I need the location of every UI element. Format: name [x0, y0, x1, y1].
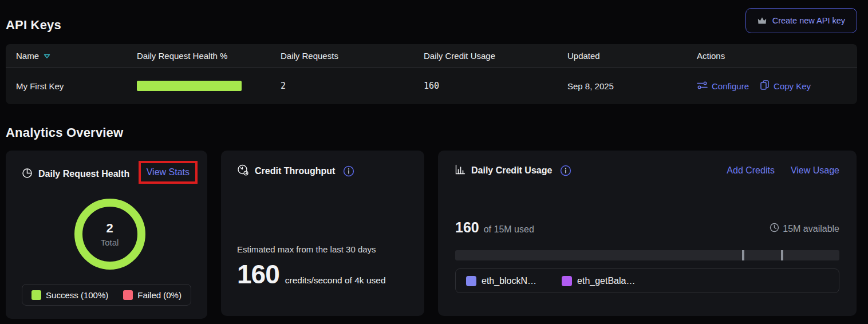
credit-usage-progress-bar	[455, 250, 839, 260]
copy-key-label: Copy Key	[774, 81, 811, 91]
usage-legend: eth_blockN… eth_getBala…	[455, 268, 839, 293]
usage-threshold-tick	[742, 250, 744, 260]
analytics-overview-heading: Analytics Overview	[6, 125, 857, 140]
info-icon[interactable]	[343, 165, 354, 177]
top-bar: API Keys Create new API key	[6, 0, 857, 33]
credit-throughput-header: Credit Throughput	[237, 164, 408, 178]
daily-credit-usage-card: Daily Credit Usage Add Credits View Usag…	[438, 151, 857, 316]
usage-summary-row: 160 of 15M used 15M available	[455, 219, 839, 236]
column-header-health[interactable]: Daily Request Health %	[137, 51, 281, 61]
throughput-value-row: 160 credits/second of 4k used	[237, 259, 408, 290]
failed-label: Failed (0%)	[137, 290, 182, 300]
health-legend: Success (100%) Failed (0%)	[22, 284, 191, 306]
updated-value: Sep 8, 2025	[567, 81, 697, 91]
sort-descending-icon	[44, 51, 50, 61]
dashboard-page: API Keys Create new API key Name Daily R…	[0, 0, 868, 319]
copy-icon	[760, 80, 770, 92]
view-usage-link[interactable]: View Usage	[791, 165, 839, 176]
eth-blocknumber-label: eth_blockN…	[482, 276, 536, 286]
column-header-name[interactable]: Name	[16, 51, 137, 61]
usage-threshold-tick	[781, 250, 783, 260]
add-credits-link[interactable]: Add Credits	[727, 165, 775, 176]
daily-credit-usage-header: Daily Credit Usage Add Credits View Usag…	[455, 164, 839, 177]
actions-cell: Configure Copy Key	[697, 80, 857, 92]
card-title: Daily Request Health	[38, 169, 129, 179]
legend-item-eth-getbalance: eth_getBala…	[562, 276, 635, 286]
create-api-key-button[interactable]: Create new API key	[745, 8, 857, 33]
legend-item-failed: Failed (0%)	[123, 290, 182, 300]
info-icon[interactable]	[560, 165, 571, 176]
health-bar-cell	[137, 81, 281, 91]
daily-credit-usage-value: 160	[424, 81, 567, 91]
credits-used-suffix: of 15M used	[484, 224, 534, 235]
api-keys-table: Name Daily Request Health % Daily Reques…	[6, 44, 857, 104]
credits-used-value: 160	[455, 219, 479, 236]
eth-getbalance-swatch	[562, 276, 572, 286]
column-header-daily-requests[interactable]: Daily Requests	[281, 51, 424, 61]
failed-swatch	[123, 290, 133, 300]
daily-requests-value: 2	[281, 81, 424, 91]
column-header-updated[interactable]: Updated	[567, 51, 697, 61]
create-api-key-label: Create new API key	[772, 16, 845, 25]
daily-request-health-header: Daily Request Health View Stats	[22, 164, 198, 184]
configure-label: Configure	[712, 81, 749, 91]
page-title: API Keys	[6, 18, 61, 33]
view-stats-annotation-box: View Stats	[139, 161, 198, 184]
table-header-row: Name Daily Request Health % Daily Reques…	[6, 44, 857, 68]
configure-link[interactable]: Configure	[697, 81, 749, 92]
copy-key-link[interactable]: Copy Key	[760, 80, 811, 92]
table-row[interactable]: My First Key 2 160 Sep 8, 2025 Configure	[6, 68, 857, 104]
column-header-daily-credit-usage[interactable]: Daily Credit Usage	[424, 51, 567, 61]
throughput-note: Estimated max from the last 30 days	[237, 244, 408, 254]
credit-throughput-card: Credit Throughput Estimated max from the…	[221, 151, 424, 316]
pie-chart-icon	[22, 168, 33, 181]
daily-request-health-card: Daily Request Health View Stats 2 Total …	[6, 151, 207, 319]
api-key-name: My First Key	[16, 81, 137, 91]
column-header-name-label: Name	[16, 51, 39, 61]
legend-item-eth-blocknumber: eth_blockN…	[466, 276, 536, 286]
clock-icon	[770, 223, 779, 235]
bar-chart-icon	[455, 164, 465, 177]
success-swatch	[31, 290, 41, 300]
donut-total-label: Total	[101, 238, 119, 247]
view-stats-link[interactable]: View Stats	[147, 167, 190, 177]
card-title: Daily Credit Usage	[471, 165, 552, 176]
donut-total-value: 2	[106, 221, 113, 236]
request-health-donut: 2 Total	[74, 199, 145, 270]
donut-chart-wrap: 2 Total	[22, 199, 198, 270]
request-health-bar	[137, 81, 242, 91]
legend-item-success: Success (100%)	[31, 290, 108, 300]
throughput-value: 160	[237, 259, 279, 290]
credits-available-label: 15M available	[783, 224, 839, 234]
card-title: Credit Throughput	[255, 166, 335, 176]
sliders-icon	[697, 81, 708, 92]
crown-icon	[757, 17, 767, 25]
eth-blocknumber-swatch	[466, 276, 476, 286]
throughput-unit: credits/second of 4k used	[285, 275, 386, 286]
credits-available: 15M available	[770, 223, 839, 235]
analytics-cards: Daily Request Health View Stats 2 Total …	[6, 151, 857, 319]
column-header-actions: Actions	[697, 51, 857, 61]
success-label: Success (100%)	[46, 290, 108, 300]
eth-getbalance-label: eth_getBala…	[577, 276, 635, 286]
gauge-icon	[237, 164, 249, 178]
